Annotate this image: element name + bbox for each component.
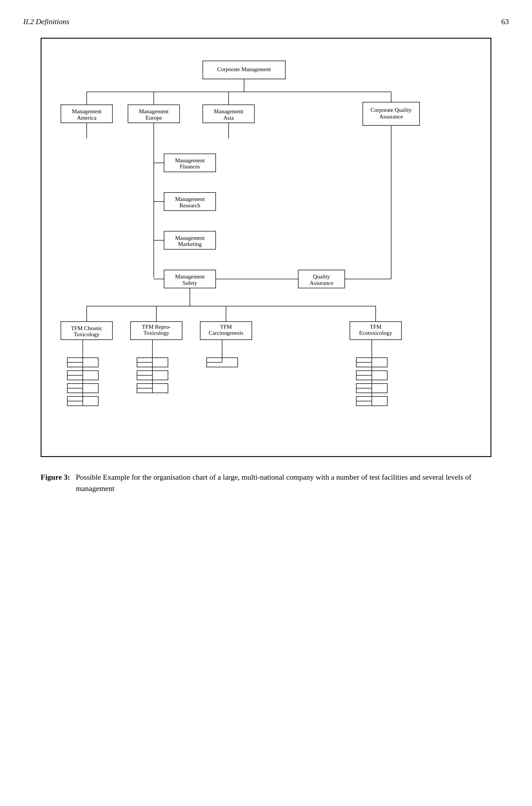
management-finances-label2: Finances — [180, 164, 200, 170]
management-asia-label: Management — [214, 108, 244, 114]
org-chart-svg: Corporate Management Management America … — [53, 53, 479, 441]
management-america-label: Management — [72, 108, 102, 114]
quality-assurance-label2: Assurance — [310, 280, 333, 286]
tfm-eco-label: TFM — [370, 324, 381, 330]
management-europe-label2: Europe — [146, 115, 162, 121]
tfm-repro-label2: Toxicology — [144, 330, 169, 336]
management-safety-label2: Safety — [183, 280, 197, 286]
tfm-eco-label2: Ecotoxicology — [359, 330, 392, 336]
figure-text: Possible Example for the organisation ch… — [76, 471, 491, 494]
page-header: II.2 Definitions 63 — [23, 17, 509, 26]
management-finances-label: Management — [175, 157, 205, 164]
page: II.2 Definitions 63 Corporate Management… — [0, 0, 532, 806]
section-label: II.2 Definitions — [23, 17, 69, 26]
management-research-label: Management — [175, 196, 205, 202]
tfm-repro-label: TFM Repro- — [142, 324, 171, 330]
management-europe-label: Management — [139, 108, 169, 114]
tfm-carcino-label: TFM — [220, 324, 232, 330]
management-research-label2: Research — [179, 202, 200, 208]
tfm-chronic-label: TFM Chronic — [71, 325, 102, 331]
tfm-carcino-label2: Carcinogenesis — [209, 330, 243, 336]
management-america-label2: America — [77, 115, 97, 121]
corporate-management-label: Corporate Management — [217, 66, 271, 72]
diagram-container: Corporate Management Management America … — [41, 38, 491, 457]
figure-label: Figure 3: — [41, 471, 70, 494]
corporate-qa-label: Corporate Quality — [370, 107, 412, 113]
management-asia-label2: Asia — [224, 115, 234, 121]
figure-caption: Figure 3: Possible Example for the organ… — [41, 471, 491, 494]
management-marketing-label: Management — [175, 235, 205, 241]
page-number: 63 — [501, 17, 509, 26]
management-safety-label: Management — [175, 274, 205, 280]
quality-assurance-label: Quality — [313, 274, 330, 280]
corporate-qa-label2: Assurance — [379, 114, 403, 119]
management-marketing-label2: Marketing — [178, 241, 202, 247]
tfm-chronic-label2: Toxicology — [74, 331, 99, 337]
